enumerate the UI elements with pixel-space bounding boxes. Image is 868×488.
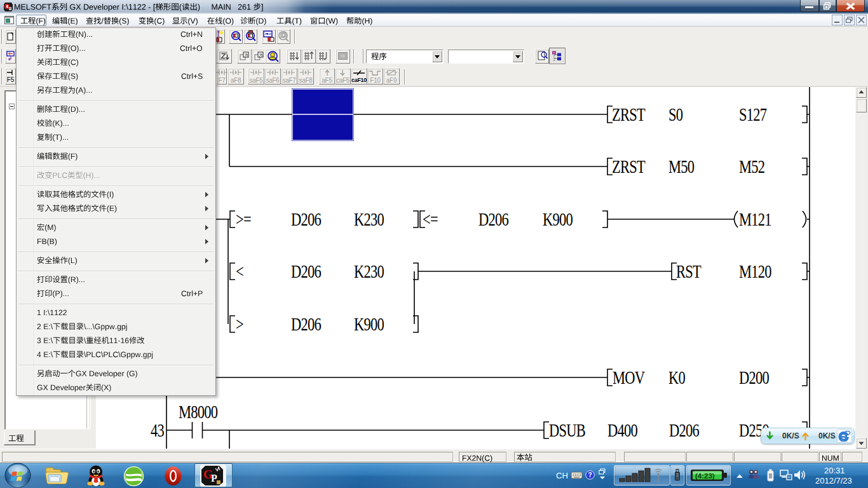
svg-text:P: P: [211, 473, 217, 484]
svg-text:(4:23): (4:23): [695, 472, 715, 480]
svg-text:?: ?: [588, 471, 592, 478]
